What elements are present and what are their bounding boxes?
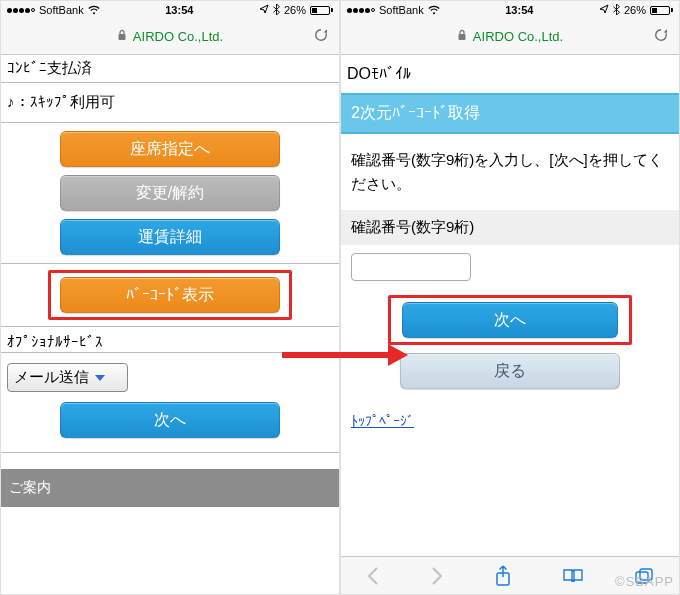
navigation-icon (259, 4, 269, 16)
wifi-icon (88, 5, 100, 15)
reload-icon[interactable] (653, 27, 669, 47)
select-value-label: メール送信 (14, 368, 89, 387)
optional-service-heading: ｵﾌﾟｼｮﾅﾙｻｰﾋﾞｽ (1, 327, 339, 353)
barcode-display-button[interactable]: ﾊﾞｰｺｰﾄﾞ表示 (60, 277, 280, 313)
battery-icon (310, 6, 333, 15)
clock-label: 13:54 (165, 4, 193, 16)
chevron-down-icon (95, 375, 105, 381)
seat-select-button[interactable]: 座席指定へ (60, 131, 280, 167)
phone-right: SoftBank 13:54 26% (340, 0, 680, 595)
navigation-icon (599, 4, 609, 16)
confirmation-number-input[interactable] (351, 253, 471, 281)
signal-strength-icon (7, 8, 35, 13)
fare-detail-button[interactable]: 運賃詳細 (60, 219, 280, 255)
payment-status-label: ｺﾝﾋﾞﾆ支払済 (1, 55, 339, 82)
phone-left: SoftBank 13:54 26% (0, 0, 340, 595)
confirmation-number-label: 確認番号(数字9桁) (341, 210, 679, 245)
divider (1, 122, 339, 123)
wifi-icon (428, 5, 440, 15)
status-bar: SoftBank 13:54 26% (1, 1, 339, 19)
divider (1, 452, 339, 453)
tabs-icon[interactable] (634, 567, 654, 585)
divider (1, 263, 339, 264)
bookmarks-icon[interactable] (562, 567, 584, 585)
share-icon[interactable] (494, 565, 512, 587)
svg-rect-3 (636, 572, 648, 583)
change-cancel-button[interactable]: 変更/解約 (60, 175, 280, 211)
top-page-link[interactable]: ﾄｯﾌﾟﾍﾟｰｼﾞ (351, 413, 669, 429)
carrier-label: SoftBank (379, 4, 424, 16)
next-button[interactable]: 次へ (402, 302, 618, 338)
lock-icon (117, 29, 127, 44)
back-icon[interactable] (366, 566, 380, 586)
url-bar[interactable]: AIRDO Co.,Ltd. (341, 19, 679, 55)
bluetooth-icon (613, 4, 620, 17)
page-content-right: DOﾓﾊﾞｲﾙ 2次元ﾊﾞｰｺｰﾄﾞ取得 確認番号(数字9桁)を入力し、[次へ]… (341, 55, 679, 556)
reload-icon[interactable] (313, 27, 329, 47)
battery-pct-label: 26% (284, 4, 306, 16)
next-button[interactable]: 次へ (60, 402, 280, 438)
battery-pct-label: 26% (624, 4, 646, 16)
back-button[interactable]: 戻る (400, 353, 620, 389)
carrier-label: SoftBank (39, 4, 84, 16)
instruction-text: 確認番号(数字9桁)を入力し、[次へ]を押してください。 (341, 134, 679, 210)
page-title: DOﾓﾊﾞｲﾙ (341, 55, 679, 93)
url-domain-label: AIRDO Co.,Ltd. (133, 29, 223, 44)
skip-availability-label: ♪：ｽｷｯﾌﾟ利用可 (1, 83, 339, 122)
safari-toolbar (341, 556, 679, 594)
svg-rect-0 (118, 34, 125, 40)
lock-icon (457, 29, 467, 44)
signal-strength-icon (347, 8, 375, 13)
svg-rect-1 (458, 34, 465, 40)
status-bar: SoftBank 13:54 26% (341, 1, 679, 19)
bluetooth-icon (273, 4, 280, 17)
info-section-heading: ご案内 (1, 469, 339, 507)
clock-label: 13:54 (505, 4, 533, 16)
battery-icon (650, 6, 673, 15)
svg-rect-4 (640, 569, 652, 580)
page-content-left: ｺﾝﾋﾞﾆ支払済 ♪：ｽｷｯﾌﾟ利用可 座席指定へ 変更/解約 運賃詳細 ﾊﾞｰ… (1, 55, 339, 594)
forward-icon[interactable] (430, 566, 444, 586)
url-domain-label: AIRDO Co.,Ltd. (473, 29, 563, 44)
url-bar[interactable]: AIRDO Co.,Ltd. (1, 19, 339, 55)
barcode-button-highlight: ﾊﾞｰｺｰﾄﾞ表示 (48, 270, 292, 320)
barcode-section-heading: 2次元ﾊﾞｰｺｰﾄﾞ取得 (341, 93, 679, 134)
optional-service-select[interactable]: メール送信 (7, 363, 128, 392)
next-button-highlight: 次へ (388, 295, 632, 345)
